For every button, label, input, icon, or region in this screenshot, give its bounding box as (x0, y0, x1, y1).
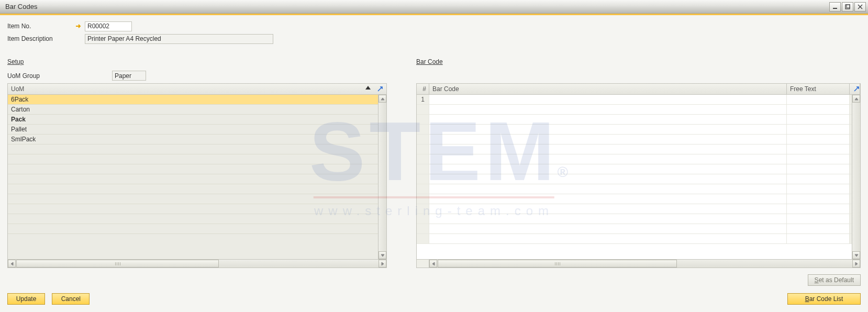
barcode-row[interactable] (417, 105, 860, 115)
barcode-row[interactable] (417, 125, 860, 135)
scroll-down-icon[interactable] (852, 251, 860, 259)
uom-row[interactable]: SmlPack (8, 135, 386, 144)
barcode-col-code[interactable]: Bar Code (429, 84, 787, 94)
uom-row[interactable]: Carton (8, 105, 386, 115)
uom-row[interactable]: 6Pack (8, 95, 386, 105)
barcode-vertical-scrollbar[interactable] (852, 95, 860, 259)
uom-row[interactable] (8, 214, 386, 224)
freetext-cell[interactable] (787, 164, 850, 174)
freetext-cell[interactable] (787, 214, 850, 224)
row-number (417, 204, 429, 214)
cancel-button[interactable]: Cancel (52, 293, 90, 305)
uom-row-label: SmlPack (11, 136, 36, 143)
uom-row[interactable] (8, 144, 386, 154)
barcode-table: # Bar Code Free Text 1 (416, 83, 861, 268)
uom-vertical-scrollbar[interactable] (378, 95, 386, 259)
barcode-cell[interactable] (429, 115, 787, 124)
scroll-left-icon[interactable] (429, 260, 437, 268)
barcode-row[interactable] (417, 164, 860, 174)
uom-row[interactable]: Pallet (8, 125, 386, 135)
barcode-row[interactable] (417, 234, 860, 244)
barcode-row[interactable] (417, 214, 860, 224)
barcode-row[interactable] (417, 174, 860, 184)
barcode-cell[interactable] (429, 234, 787, 243)
scroll-left-icon[interactable] (8, 260, 16, 268)
freetext-cell[interactable] (787, 234, 850, 243)
uom-row[interactable] (8, 224, 386, 234)
uom-row[interactable] (8, 164, 386, 174)
freetext-cell[interactable] (787, 154, 850, 164)
barcode-cell[interactable] (429, 95, 787, 104)
barcode-col-num[interactable]: # (417, 84, 429, 94)
table-corner (417, 259, 429, 268)
freetext-cell[interactable] (787, 194, 850, 204)
freetext-cell[interactable] (787, 224, 850, 233)
freetext-cell[interactable] (787, 105, 850, 114)
uom-row[interactable] (8, 194, 386, 204)
uom-row-label: 6Pack (11, 96, 28, 103)
scroll-right-icon[interactable] (379, 260, 386, 268)
freetext-cell[interactable] (787, 125, 850, 134)
barcode-row[interactable] (417, 204, 860, 214)
uom-row[interactable] (8, 204, 386, 214)
barcode-row[interactable] (417, 184, 860, 194)
close-button[interactable] (854, 2, 866, 12)
barcode-cell[interactable] (429, 174, 787, 184)
bar-code-list-button[interactable]: Bar Code List (787, 293, 861, 305)
expand-table-icon[interactable] (376, 85, 384, 93)
sort-asc-icon (365, 86, 371, 90)
uom-row-label: Pack (11, 116, 26, 123)
barcode-cell[interactable] (429, 204, 787, 214)
minimize-button[interactable] (829, 2, 841, 12)
scroll-up-icon[interactable] (379, 95, 386, 103)
freetext-cell[interactable] (787, 204, 850, 214)
freetext-cell[interactable] (787, 95, 850, 104)
scroll-thumb[interactable] (438, 260, 677, 268)
freetext-cell[interactable] (787, 144, 850, 154)
expand-table-icon[interactable] (850, 84, 860, 94)
barcode-cell[interactable] (429, 164, 787, 174)
scroll-right-icon[interactable] (852, 260, 860, 268)
barcode-cell[interactable] (429, 105, 787, 114)
scroll-up-icon[interactable] (852, 95, 860, 103)
barcode-cell[interactable] (429, 154, 787, 164)
maximize-button[interactable] (842, 2, 853, 12)
barcode-cell[interactable] (429, 125, 787, 134)
set-as-default-button[interactable]: Set as Default (808, 274, 861, 286)
barcode-cell[interactable] (429, 135, 787, 144)
barcode-cell[interactable] (429, 214, 787, 224)
freetext-cell[interactable] (787, 135, 850, 144)
barcode-row[interactable] (417, 224, 860, 234)
freetext-cell[interactable] (787, 174, 850, 184)
barcode-row[interactable] (417, 135, 860, 144)
uom-row[interactable]: Pack (8, 115, 386, 125)
uom-row[interactable] (8, 174, 386, 184)
barcode-cell[interactable] (429, 184, 787, 194)
scroll-down-icon[interactable] (379, 251, 386, 259)
barcode-row[interactable] (417, 154, 860, 164)
setup-panel: Setup UoM Group Paper UoM 6PackCartonPac… (7, 58, 387, 268)
freetext-cell[interactable] (787, 115, 850, 124)
barcode-cell[interactable] (429, 224, 787, 233)
barcode-horizontal-scrollbar[interactable] (429, 259, 860, 268)
maximize-icon (845, 4, 850, 9)
barcode-col-free[interactable]: Free Text (787, 84, 850, 94)
barcode-row[interactable] (417, 194, 860, 204)
scroll-thumb[interactable] (16, 260, 219, 268)
uom-row[interactable] (8, 184, 386, 194)
uom-table-header[interactable]: UoM (8, 84, 386, 95)
item-no-input[interactable] (85, 21, 132, 31)
update-button[interactable]: Update (7, 293, 45, 305)
barcode-row[interactable] (417, 115, 860, 125)
uom-row[interactable] (8, 154, 386, 164)
link-arrow-icon[interactable] (75, 23, 83, 30)
uom-horizontal-scrollbar[interactable] (8, 259, 386, 268)
barcode-row[interactable] (417, 144, 860, 154)
barcode-row[interactable]: 1 (417, 95, 860, 105)
barcode-cell[interactable] (429, 144, 787, 154)
barcode-cell[interactable] (429, 194, 787, 204)
row-number: 1 (417, 95, 429, 104)
freetext-cell[interactable] (787, 184, 850, 194)
row-number (417, 174, 429, 184)
uom-column-header[interactable]: UoM (8, 85, 386, 93)
